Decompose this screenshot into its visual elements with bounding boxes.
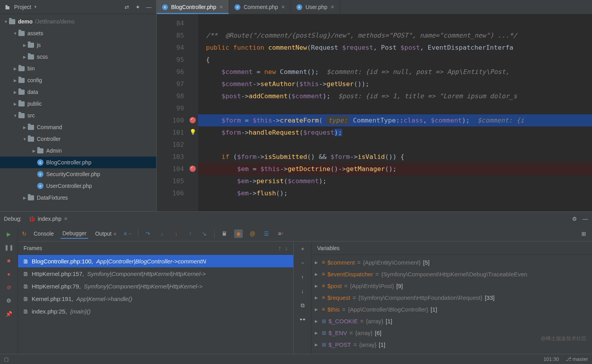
tree-item[interactable]: ▶Command — [0, 121, 156, 133]
close-icon[interactable]: ✕ — [219, 4, 223, 10]
twistie-icon[interactable]: ▼ — [13, 31, 18, 36]
stack-frame[interactable]: 🗎HttpKernel.php:79, Symfony|Component|Ht… — [18, 280, 293, 292]
close-icon[interactable]: ✕ — [281, 4, 285, 10]
output-tab[interactable]: Output✕ — [94, 229, 118, 238]
gutter-icons[interactable]: 💡 — [188, 14, 198, 211]
tree-item[interactable]: cBlogController.php — [0, 157, 156, 168]
twistie-icon[interactable]: ▶ — [22, 196, 27, 200]
twistie-icon[interactable]: ▼ — [22, 137, 27, 141]
evaluate-expression-button[interactable]: 🖩 — [220, 229, 229, 238]
twistie-icon[interactable]: ▶ — [13, 67, 18, 71]
tree-item[interactable]: ▶DataFixtures — [0, 192, 156, 204]
add-watch-icon[interactable]: ＋ — [298, 245, 307, 253]
step-out-button[interactable]: ↑ — [186, 229, 195, 238]
panel-settings-icon[interactable]: ✦ — [134, 3, 142, 11]
tree-item[interactable]: ▶bin — [0, 63, 156, 74]
tree-item[interactable]: ▶public — [0, 98, 156, 110]
close-icon[interactable]: ✕ — [113, 232, 117, 236]
stop-button[interactable]: ■ — [5, 256, 13, 265]
force-step-into-button[interactable]: ↓ — [172, 229, 180, 238]
frames-list[interactable]: 🗎BlogController.php:100, App|Controller|… — [18, 255, 293, 354]
stack-frame[interactable]: 🗎HttpKernel.php:157, Symfony|Component|H… — [18, 267, 293, 280]
twistie-icon[interactable]: ▶ — [315, 272, 319, 276]
twistie-icon[interactable]: ▶ — [22, 43, 27, 47]
code-content[interactable]: /** @Route("/comment/{postSlug}/new", me… — [198, 14, 592, 211]
twistie-icon[interactable]: ▶ — [13, 90, 18, 94]
mute-breakpoints-button[interactable]: ⊘ — [5, 283, 13, 292]
twistie-icon[interactable]: ▶ — [13, 102, 18, 106]
variable-row[interactable]: ▶⊞$_COOKIE = {array} [1] — [312, 315, 592, 327]
variable-row[interactable]: ▶≡$request = {Symfony\Component\HttpFoun… — [312, 292, 592, 303]
twistie-icon[interactable]: ▶ — [315, 260, 319, 265]
glasses-icon[interactable]: 👓 — [298, 315, 307, 324]
debugger-tab[interactable]: Debugger — [61, 229, 88, 239]
twistie-icon[interactable]: ▼ — [3, 20, 9, 24]
tree-item[interactable]: ▼Controller — [0, 133, 156, 145]
rerun-button[interactable]: ↻ — [22, 231, 27, 237]
project-tree[interactable]: ▼demo/JetBrains/demo▼assets▶js▶scss▶bin▶… — [0, 14, 156, 211]
project-title[interactable]: Project — [14, 4, 31, 10]
debug-settings-icon[interactable]: ⚙ — [572, 216, 577, 222]
pause-button[interactable]: ❚❚ — [5, 243, 13, 252]
variable-row[interactable]: ▶≡$post = {App\Entity\Post} [9] — [312, 280, 592, 292]
php-icon[interactable]: ◉ — [234, 229, 243, 238]
pin-button[interactable]: 📌 — [5, 310, 13, 318]
twistie-icon[interactable]: ▶ — [22, 55, 27, 59]
editor-tab[interactable]: cComment.php✕ — [229, 0, 291, 14]
locate-icon[interactable]: ⇄ — [123, 3, 131, 11]
debug-session-tab[interactable]: 🐞 index.php ✕ — [27, 212, 69, 226]
variable-row[interactable]: ▶≡$comment = {App\Entity\Comment} [5] — [312, 256, 592, 268]
twistie-icon[interactable]: ▶ — [22, 125, 27, 130]
twistie-icon[interactable]: ▶ — [315, 342, 319, 347]
prev-frame-icon[interactable]: ↑ — [278, 245, 281, 251]
tool-windows-icon[interactable]: ▢ — [4, 356, 9, 362]
next-frame-icon[interactable]: ↓ — [285, 245, 288, 251]
down-icon[interactable]: ↓ — [298, 287, 307, 296]
tree-item[interactable]: cSecurityController.php — [0, 168, 156, 180]
tree-item[interactable]: ▶config — [0, 74, 156, 86]
copy-icon[interactable]: ⧉ — [298, 301, 307, 310]
tree-item[interactable]: ▼src — [0, 110, 156, 121]
up-icon[interactable]: ↑ — [298, 273, 307, 281]
tree-item[interactable]: ▼demo/JetBrains/demo — [0, 16, 156, 27]
show-execution-point-button[interactable]: ≡→ — [124, 229, 132, 238]
console-tab[interactable]: Console — [32, 229, 55, 238]
tree-item[interactable]: ▶data — [0, 86, 156, 98]
tree-item[interactable]: cUserController.php — [0, 180, 156, 192]
minimize-icon[interactable]: — — [583, 216, 588, 222]
twistie-icon[interactable]: ▶ — [315, 319, 319, 323]
add-watch-button[interactable]: ≡+ — [276, 229, 285, 238]
breakpoint-icon[interactable] — [190, 117, 196, 123]
editor-tab[interactable]: cUser.php✕ — [291, 0, 340, 14]
twistie-icon[interactable]: ▶ — [315, 284, 319, 288]
code-editor[interactable]: 8485949596979899100101102103104105106 💡 … — [157, 14, 592, 211]
minimize-icon[interactable]: — — [144, 3, 153, 11]
twistie-icon[interactable]: ▶ — [315, 331, 319, 335]
twistie-icon[interactable]: ▶ — [315, 296, 319, 300]
git-branch[interactable]: ⎇ master — [565, 356, 588, 362]
twistie-icon[interactable]: ▶ — [13, 78, 18, 83]
lightbulb-icon[interactable]: 💡 — [190, 129, 196, 135]
breakpoints-button[interactable]: ● — [5, 270, 13, 278]
step-over-button[interactable]: ↷ — [144, 229, 152, 238]
variable-row[interactable]: ▶≡$this = {App\Controller\BlogController… — [312, 303, 592, 315]
remove-watch-icon[interactable]: － — [298, 259, 307, 267]
settings-button[interactable]: ⚙ — [5, 296, 13, 305]
tree-item[interactable]: ▼assets — [0, 27, 156, 39]
breakpoint-icon[interactable] — [190, 166, 196, 172]
layout-button[interactable]: ⊞ — [579, 229, 588, 238]
stack-frame[interactable]: 🗎BlogController.php:100, App|Controller|… — [18, 255, 293, 267]
stack-frame[interactable]: 🗎Kernel.php:191, App|Kernel->handle() — [18, 292, 293, 305]
twistie-icon[interactable]: ▼ — [13, 114, 18, 118]
step-into-button[interactable]: ↓ — [158, 229, 166, 238]
chevron-down-icon[interactable]: ▼ — [34, 5, 38, 9]
resume-button[interactable]: ▶ — [5, 230, 13, 238]
tree-item[interactable]: ▶scss — [0, 51, 156, 63]
list-icon[interactable]: ☰ — [262, 229, 271, 238]
variable-row[interactable]: ▶≡$eventDispatcher = {Symfony\Component\… — [312, 268, 592, 280]
twistie-icon[interactable]: ▶ — [31, 149, 37, 153]
run-to-cursor-button[interactable]: ↘ — [200, 229, 209, 238]
tree-item[interactable]: ▶js — [0, 39, 156, 51]
editor-tab[interactable]: cBlogController.php✕ — [157, 0, 229, 14]
at-icon[interactable]: @ — [248, 229, 257, 238]
